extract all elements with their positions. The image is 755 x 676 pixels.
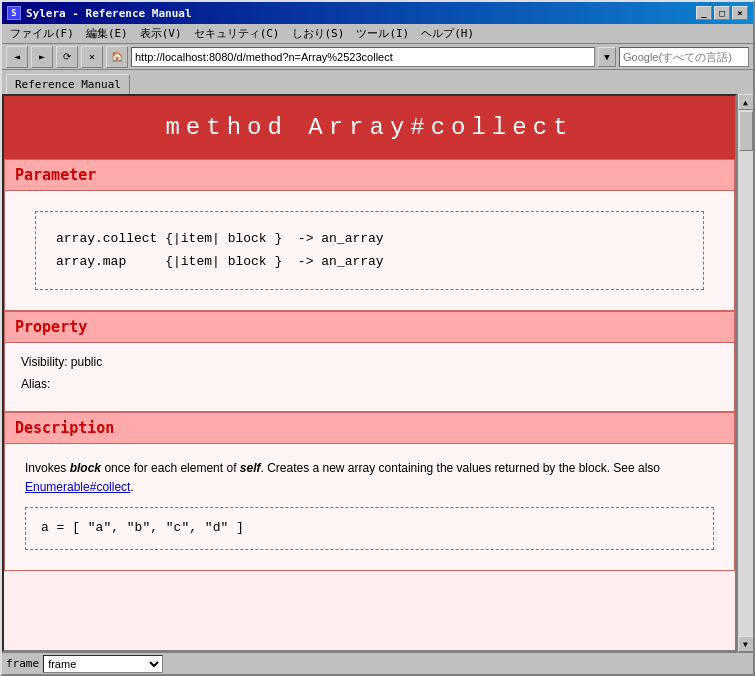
code-line-1: array.collect {|item| block } -> an_arra… xyxy=(56,227,683,250)
section-description: Description Invokes block once for each … xyxy=(4,412,735,571)
section-header-property: Property xyxy=(5,312,734,343)
enumerable-link[interactable]: Enumerable#collect xyxy=(25,480,130,494)
alias-text: Alias: xyxy=(21,377,718,391)
page-inner: method Array#collect Parameter array.col… xyxy=(4,96,735,650)
menu-view[interactable]: 表示(V) xyxy=(134,24,188,43)
maximize-button[interactable]: □ xyxy=(714,6,730,20)
self-italic: self xyxy=(240,461,261,475)
toolbar: ◄ ► ⟳ ✕ 🏠 ▼ xyxy=(2,44,753,70)
scroll-thumb[interactable] xyxy=(739,111,753,151)
address-input[interactable] xyxy=(131,47,595,67)
main-window: S Sylera - Reference Manual _ □ × ファイル(F… xyxy=(0,0,755,676)
content-area: method Array#collect Parameter array.col… xyxy=(2,94,753,652)
menu-bar: ファイル(F) 編集(E) 表示(V) セキュリティ(C) しおり(S) ツール… xyxy=(2,24,753,44)
tab-bar: Reference Manual xyxy=(2,70,753,94)
menu-bookmarks[interactable]: しおり(S) xyxy=(286,24,351,43)
tab-label: Reference Manual xyxy=(15,78,121,91)
title-bar-left: S Sylera - Reference Manual xyxy=(7,6,192,20)
menu-edit[interactable]: 編集(E) xyxy=(80,24,134,43)
status-bar: frame frame xyxy=(2,652,753,674)
web-content[interactable]: method Array#collect Parameter array.col… xyxy=(2,94,737,652)
forward-button[interactable]: ► xyxy=(31,46,53,68)
minimize-button[interactable]: _ xyxy=(696,6,712,20)
section-body-parameter: array.collect {|item| block } -> an_arra… xyxy=(5,191,734,310)
block-italic: block xyxy=(70,461,101,475)
example-code-box: a = [ "a", "b", "c", "d" ] xyxy=(25,507,714,550)
menu-help[interactable]: ヘルプ(H) xyxy=(415,24,480,43)
frame-select[interactable]: frame xyxy=(43,655,163,673)
visibility-text: Visibility: public xyxy=(21,355,718,369)
close-button[interactable]: × xyxy=(732,6,748,20)
frame-label: frame xyxy=(6,657,39,670)
window-title: Sylera - Reference Manual xyxy=(26,7,192,20)
description-text: Invokes block once for each element of s… xyxy=(25,459,714,497)
menu-security[interactable]: セキュリティ(C) xyxy=(188,24,286,43)
menu-file[interactable]: ファイル(F) xyxy=(4,24,80,43)
menu-tools[interactable]: ツール(I) xyxy=(350,24,415,43)
app-icon: S xyxy=(7,6,21,20)
scroll-track[interactable] xyxy=(738,110,754,636)
code-line-2: array.map {|item| block } -> an_array xyxy=(56,250,683,273)
section-body-description: Invokes block once for each element of s… xyxy=(5,444,734,570)
home-button[interactable]: 🏠 xyxy=(106,46,128,68)
example-code-line: a = [ "a", "b", "c", "d" ] xyxy=(41,518,698,539)
section-header-parameter: Parameter xyxy=(5,160,734,191)
tab-reference-manual[interactable]: Reference Manual xyxy=(6,74,130,94)
method-title: method Array#collect xyxy=(165,114,573,141)
section-body-property: Visibility: public Alias: xyxy=(5,343,734,411)
parameter-code-box: array.collect {|item| block } -> an_arra… xyxy=(35,211,704,290)
stop-button[interactable]: ✕ xyxy=(81,46,103,68)
title-bar-controls: _ □ × xyxy=(696,6,748,20)
section-property: Property Visibility: public Alias: xyxy=(4,311,735,412)
back-button[interactable]: ◄ xyxy=(6,46,28,68)
address-dropdown[interactable]: ▼ xyxy=(598,47,616,67)
reload-button[interactable]: ⟳ xyxy=(56,46,78,68)
method-header: method Array#collect xyxy=(4,96,735,159)
title-bar: S Sylera - Reference Manual _ □ × xyxy=(2,2,753,24)
scroll-up-button[interactable]: ▲ xyxy=(738,94,754,110)
section-parameter: Parameter array.collect {|item| block } … xyxy=(4,159,735,311)
search-input[interactable] xyxy=(619,47,749,67)
section-header-description: Description xyxy=(5,413,734,444)
scrollbar-vertical: ▲ ▼ xyxy=(737,94,753,652)
scroll-down-button[interactable]: ▼ xyxy=(738,636,754,652)
